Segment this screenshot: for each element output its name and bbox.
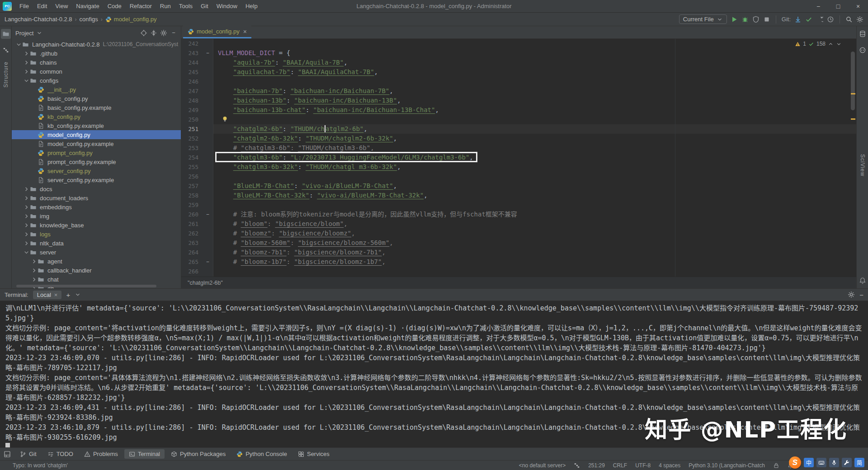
- tool-tab-problems[interactable]: Problems: [80, 449, 123, 459]
- tree-item-kb-config-py-example[interactable]: kb_config.py.example: [12, 121, 181, 130]
- tool-tab-python-console[interactable]: Python Console: [232, 449, 292, 459]
- line-number[interactable]: 255: [181, 162, 202, 172]
- code-line-text[interactable]: [213, 115, 856, 124]
- line-number[interactable]: 253: [181, 143, 202, 153]
- chevron-down-icon[interactable]: [36, 30, 42, 36]
- breadcrumb-item[interactable]: configs: [80, 16, 98, 23]
- code-line-text[interactable]: "chatglm2-6b-32k": "THUDM/chatglm2-6b-32…: [213, 134, 856, 143]
- panel-options-button[interactable]: [160, 29, 167, 37]
- tree-item-kb-config-py[interactable]: kb_config.py: [12, 112, 181, 121]
- close-button[interactable]: ×: [848, 0, 868, 13]
- error-stripe-mark[interactable]: [851, 93, 855, 94]
- database-tool-button[interactable]: [858, 29, 868, 39]
- error-stripe-mark[interactable]: [851, 118, 855, 120]
- chevron-up-icon[interactable]: [828, 41, 834, 47]
- code-line-text[interactable]: # "bloomz-560m": "bigscience/bloomz-560m…: [213, 238, 856, 248]
- maximize-button[interactable]: □: [828, 0, 848, 13]
- tree-expand-icon[interactable]: [23, 240, 30, 247]
- inspections-widget[interactable]: 1 158: [792, 40, 844, 47]
- line-number[interactable]: 252: [181, 134, 202, 143]
- tree-item-basic-config-py[interactable]: basic_config.py: [12, 94, 181, 103]
- tree-expand-icon[interactable]: [23, 195, 30, 202]
- tree-expand-icon[interactable]: [23, 222, 30, 229]
- tree-item-server-config-py-example[interactable]: server_config.py.example: [12, 175, 181, 184]
- search-everywhere-button[interactable]: [845, 16, 853, 23]
- line-number[interactable]: 246: [181, 77, 202, 86]
- editor-breadcrumb-element[interactable]: "chatglm2-6b": [188, 280, 223, 286]
- sciview-tool-label[interactable]: SciView: [859, 154, 866, 176]
- tree-expand-icon[interactable]: [23, 204, 30, 211]
- tree-expand-icon[interactable]: [23, 68, 30, 75]
- run-configuration-select[interactable]: Current File: [679, 14, 727, 24]
- editor-tab-model-config[interactable]: model_config.py ×: [183, 26, 251, 38]
- tree-item-knowledge-base[interactable]: knowledge_base: [12, 221, 181, 230]
- line-number[interactable]: 257: [181, 181, 202, 191]
- code-line-text[interactable]: "aquilachat-7b": "BAAI/AquilaChat-7B",: [213, 67, 856, 77]
- close-terminal-tab-icon[interactable]: ×: [54, 291, 58, 298]
- project-tool-button[interactable]: [1, 29, 11, 39]
- fold-marker[interactable]: −: [206, 259, 209, 265]
- locate-file-button[interactable]: [140, 29, 147, 37]
- menu-view[interactable]: View: [51, 0, 72, 13]
- tree-item-configs[interactable]: configs: [12, 76, 181, 85]
- menu-tools[interactable]: Tools: [175, 0, 197, 13]
- code-line-text[interactable]: "BlueLM-7B-Chat": "vivo-ai/BlueLM-7B-Cha…: [213, 181, 856, 191]
- tree-expand-icon[interactable]: [23, 77, 30, 84]
- line-number[interactable]: 244: [181, 58, 202, 67]
- code-line-text[interactable]: "chatglm2-6b": "THUDM/chatglm2-6b",: [213, 124, 856, 134]
- breadcrumb-item[interactable]: Langchain-Chatchat-0.2.8: [5, 16, 72, 23]
- code-line-text[interactable]: # "bloomz-1b7": "bigscience/bloomz-1b7",: [213, 257, 856, 267]
- line-number[interactable]: 248: [181, 96, 202, 105]
- tree-item-docs[interactable]: docs: [12, 184, 181, 193]
- git-commit-button[interactable]: [805, 16, 812, 23]
- tree-expand-icon[interactable]: [23, 231, 30, 238]
- notifications-tool-button[interactable]: [858, 276, 868, 286]
- git-history-button[interactable]: [827, 16, 834, 23]
- code-line-text[interactable]: # "bloom": "bigscience/bloom",: [213, 219, 856, 229]
- tree-item-chat[interactable]: chat: [12, 275, 181, 284]
- tree-expand-icon[interactable]: [23, 59, 30, 66]
- line-number[interactable]: 247: [181, 86, 202, 96]
- tree-item--github[interactable]: .github: [12, 49, 181, 58]
- tree-item-prompt-config-py-example[interactable]: prompt_config.py.example: [12, 157, 181, 166]
- terminal-settings-icon[interactable]: [848, 291, 855, 298]
- menu-edit[interactable]: Edit: [33, 0, 51, 13]
- tool-tab-git[interactable]: Git: [15, 449, 41, 459]
- sogou-ime-logo[interactable]: S: [789, 456, 801, 469]
- menu-git[interactable]: Git: [197, 0, 212, 13]
- line-number[interactable]: 243: [181, 48, 202, 58]
- tree-expand-icon[interactable]: [23, 186, 30, 193]
- ime-simplified-badge[interactable]: 简: [854, 458, 864, 467]
- menu-window[interactable]: Window: [212, 0, 241, 13]
- tree-item-basic-config-py-example[interactable]: basic_config.py.example: [12, 103, 181, 112]
- ime-keyboard-icon[interactable]: [816, 458, 826, 467]
- tree-expand-icon[interactable]: [31, 258, 38, 265]
- ime-wrench-icon[interactable]: [842, 458, 852, 467]
- line-number[interactable]: 249: [181, 105, 202, 115]
- code-line-text[interactable]: # 注意: bloom系列的tokenizer与model是分离的，因此虽然vl…: [213, 210, 856, 219]
- line-number[interactable]: 261: [181, 219, 202, 229]
- line-number[interactable]: 265: [181, 257, 202, 267]
- code-line-text[interactable]: [213, 172, 856, 181]
- tree-item-chains[interactable]: chains: [12, 58, 181, 67]
- line-number[interactable]: 262: [181, 229, 202, 238]
- menu-code[interactable]: Code: [104, 0, 126, 13]
- coverage-button[interactable]: [752, 16, 760, 23]
- code-line-text[interactable]: [213, 77, 856, 86]
- status-item[interactable]: <no default server>: [519, 462, 566, 469]
- status-item[interactable]: UTF-8: [635, 462, 651, 469]
- editor-scrollbar[interactable]: [851, 52, 855, 110]
- tree-expand-icon[interactable]: [31, 267, 38, 274]
- tree-expand-icon[interactable]: [15, 41, 22, 48]
- tree-item-langchain-chatchat-0-2-8[interactable]: Langchain-Chatchat-0.2.8L:\20231106_Conv…: [12, 40, 181, 49]
- tree-item-server-config-py[interactable]: server_config.py: [12, 166, 181, 175]
- intention-bulb-icon[interactable]: [222, 116, 228, 122]
- terminal-tab-local[interactable]: Local ×: [33, 291, 62, 299]
- hide-panel-button[interactable]: −: [170, 29, 177, 37]
- status-widget-icon[interactable]: [574, 462, 580, 469]
- tool-tab-terminal[interactable]: Terminal: [124, 449, 165, 459]
- menu-help[interactable]: Help: [241, 0, 262, 13]
- tool-windows-icon[interactable]: [4, 451, 11, 458]
- menu-file[interactable]: File: [15, 0, 33, 13]
- tree-item-nltk-data[interactable]: nltk_data: [12, 239, 181, 248]
